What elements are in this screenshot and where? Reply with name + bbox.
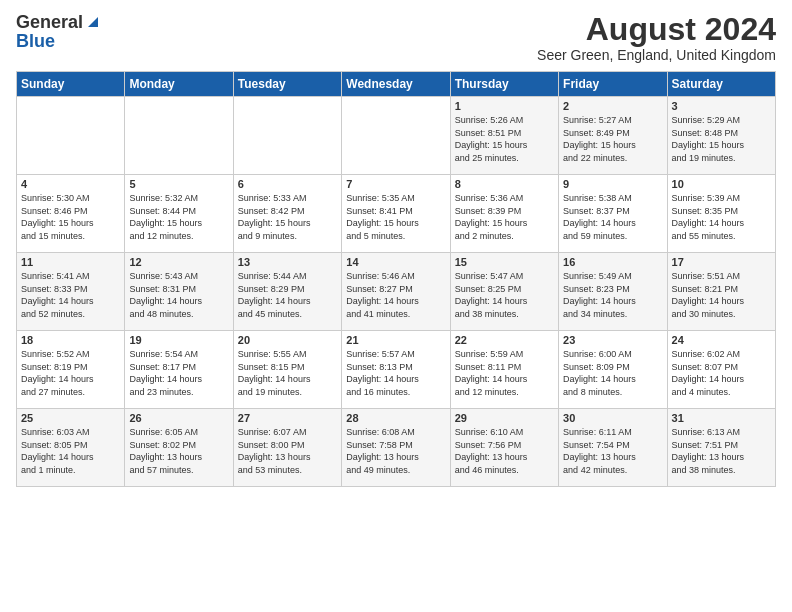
day-number: 6 [238,178,337,190]
day-info: Sunrise: 5:29 AM Sunset: 8:48 PM Dayligh… [672,114,771,164]
day-info: Sunrise: 5:44 AM Sunset: 8:29 PM Dayligh… [238,270,337,320]
table-row: 30Sunrise: 6:11 AM Sunset: 7:54 PM Dayli… [559,409,667,487]
day-info: Sunrise: 6:05 AM Sunset: 8:02 PM Dayligh… [129,426,228,476]
table-row: 25Sunrise: 6:03 AM Sunset: 8:05 PM Dayli… [17,409,125,487]
title-block: August 2024 Seer Green, England, United … [537,12,776,63]
day-number: 4 [21,178,120,190]
calendar-body: 1Sunrise: 5:26 AM Sunset: 8:51 PM Daylig… [17,97,776,487]
day-number: 8 [455,178,554,190]
month-title: August 2024 [537,12,776,47]
table-row: 3Sunrise: 5:29 AM Sunset: 8:48 PM Daylig… [667,97,775,175]
day-number: 13 [238,256,337,268]
day-info: Sunrise: 5:26 AM Sunset: 8:51 PM Dayligh… [455,114,554,164]
day-info: Sunrise: 5:47 AM Sunset: 8:25 PM Dayligh… [455,270,554,320]
table-row [17,97,125,175]
day-info: Sunrise: 5:57 AM Sunset: 8:13 PM Dayligh… [346,348,445,398]
day-info: Sunrise: 5:54 AM Sunset: 8:17 PM Dayligh… [129,348,228,398]
header-sunday: Sunday [17,72,125,97]
day-number: 12 [129,256,228,268]
table-row: 22Sunrise: 5:59 AM Sunset: 8:11 PM Dayli… [450,331,558,409]
day-number: 14 [346,256,445,268]
day-number: 18 [21,334,120,346]
day-info: Sunrise: 5:39 AM Sunset: 8:35 PM Dayligh… [672,192,771,242]
day-number: 22 [455,334,554,346]
logo-general-text: General [16,12,83,33]
table-row: 7Sunrise: 5:35 AM Sunset: 8:41 PM Daylig… [342,175,450,253]
table-row: 18Sunrise: 5:52 AM Sunset: 8:19 PM Dayli… [17,331,125,409]
day-number: 10 [672,178,771,190]
header-tuesday: Tuesday [233,72,341,97]
table-row: 11Sunrise: 5:41 AM Sunset: 8:33 PM Dayli… [17,253,125,331]
table-row: 5Sunrise: 5:32 AM Sunset: 8:44 PM Daylig… [125,175,233,253]
day-info: Sunrise: 6:02 AM Sunset: 8:07 PM Dayligh… [672,348,771,398]
day-number: 3 [672,100,771,112]
day-number: 27 [238,412,337,424]
day-info: Sunrise: 6:03 AM Sunset: 8:05 PM Dayligh… [21,426,120,476]
table-row: 21Sunrise: 5:57 AM Sunset: 8:13 PM Dayli… [342,331,450,409]
day-info: Sunrise: 5:35 AM Sunset: 8:41 PM Dayligh… [346,192,445,242]
table-row: 19Sunrise: 5:54 AM Sunset: 8:17 PM Dayli… [125,331,233,409]
day-info: Sunrise: 5:33 AM Sunset: 8:42 PM Dayligh… [238,192,337,242]
day-info: Sunrise: 5:55 AM Sunset: 8:15 PM Dayligh… [238,348,337,398]
day-info: Sunrise: 6:10 AM Sunset: 7:56 PM Dayligh… [455,426,554,476]
day-info: Sunrise: 5:59 AM Sunset: 8:11 PM Dayligh… [455,348,554,398]
day-number: 23 [563,334,662,346]
page-header: General Blue August 2024 Seer Green, Eng… [16,12,776,63]
day-info: Sunrise: 5:32 AM Sunset: 8:44 PM Dayligh… [129,192,228,242]
day-number: 31 [672,412,771,424]
day-number: 1 [455,100,554,112]
day-info: Sunrise: 6:07 AM Sunset: 8:00 PM Dayligh… [238,426,337,476]
svg-marker-0 [88,17,98,27]
day-info: Sunrise: 6:11 AM Sunset: 7:54 PM Dayligh… [563,426,662,476]
header-thursday: Thursday [450,72,558,97]
table-row: 28Sunrise: 6:08 AM Sunset: 7:58 PM Dayli… [342,409,450,487]
day-info: Sunrise: 5:30 AM Sunset: 8:46 PM Dayligh… [21,192,120,242]
table-row: 17Sunrise: 5:51 AM Sunset: 8:21 PM Dayli… [667,253,775,331]
page-container: General Blue August 2024 Seer Green, Eng… [0,0,792,495]
header-saturday: Saturday [667,72,775,97]
table-row: 15Sunrise: 5:47 AM Sunset: 8:25 PM Dayli… [450,253,558,331]
day-info: Sunrise: 5:41 AM Sunset: 8:33 PM Dayligh… [21,270,120,320]
day-info: Sunrise: 5:43 AM Sunset: 8:31 PM Dayligh… [129,270,228,320]
table-row: 10Sunrise: 5:39 AM Sunset: 8:35 PM Dayli… [667,175,775,253]
day-number: 20 [238,334,337,346]
location-text: Seer Green, England, United Kingdom [537,47,776,63]
day-number: 7 [346,178,445,190]
table-row: 24Sunrise: 6:02 AM Sunset: 8:07 PM Dayli… [667,331,775,409]
day-number: 30 [563,412,662,424]
day-number: 9 [563,178,662,190]
table-row: 6Sunrise: 5:33 AM Sunset: 8:42 PM Daylig… [233,175,341,253]
day-number: 21 [346,334,445,346]
day-info: Sunrise: 5:51 AM Sunset: 8:21 PM Dayligh… [672,270,771,320]
header-monday: Monday [125,72,233,97]
day-number: 24 [672,334,771,346]
table-row: 16Sunrise: 5:49 AM Sunset: 8:23 PM Dayli… [559,253,667,331]
day-info: Sunrise: 5:46 AM Sunset: 8:27 PM Dayligh… [346,270,445,320]
day-number: 2 [563,100,662,112]
day-number: 17 [672,256,771,268]
day-number: 25 [21,412,120,424]
table-row: 29Sunrise: 6:10 AM Sunset: 7:56 PM Dayli… [450,409,558,487]
calendar-table: Sunday Monday Tuesday Wednesday Thursday… [16,71,776,487]
table-row: 1Sunrise: 5:26 AM Sunset: 8:51 PM Daylig… [450,97,558,175]
day-info: Sunrise: 5:52 AM Sunset: 8:19 PM Dayligh… [21,348,120,398]
calendar-header: Sunday Monday Tuesday Wednesday Thursday… [17,72,776,97]
day-number: 11 [21,256,120,268]
table-row: 13Sunrise: 5:44 AM Sunset: 8:29 PM Dayli… [233,253,341,331]
table-row: 23Sunrise: 6:00 AM Sunset: 8:09 PM Dayli… [559,331,667,409]
logo-triangle-icon [86,15,100,33]
table-row: 4Sunrise: 5:30 AM Sunset: 8:46 PM Daylig… [17,175,125,253]
table-row: 8Sunrise: 5:36 AM Sunset: 8:39 PM Daylig… [450,175,558,253]
table-row: 14Sunrise: 5:46 AM Sunset: 8:27 PM Dayli… [342,253,450,331]
day-info: Sunrise: 6:00 AM Sunset: 8:09 PM Dayligh… [563,348,662,398]
day-number: 16 [563,256,662,268]
day-number: 19 [129,334,228,346]
table-row: 12Sunrise: 5:43 AM Sunset: 8:31 PM Dayli… [125,253,233,331]
day-info: Sunrise: 5:49 AM Sunset: 8:23 PM Dayligh… [563,270,662,320]
day-info: Sunrise: 6:13 AM Sunset: 7:51 PM Dayligh… [672,426,771,476]
table-row: 31Sunrise: 6:13 AM Sunset: 7:51 PM Dayli… [667,409,775,487]
day-number: 26 [129,412,228,424]
table-row: 20Sunrise: 5:55 AM Sunset: 8:15 PM Dayli… [233,331,341,409]
header-wednesday: Wednesday [342,72,450,97]
day-number: 5 [129,178,228,190]
